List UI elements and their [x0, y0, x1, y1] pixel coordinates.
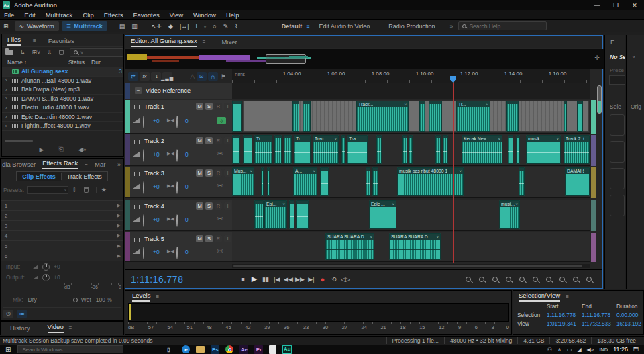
timeline-ruler[interactable]: hms 1:04:00 1:06:00 1:08:00 1:10:00 1:12…: [232, 69, 590, 83]
arm-record-button[interactable]: R: [215, 103, 222, 110]
volume-knob[interactable]: [143, 149, 144, 162]
monitor-input-button[interactable]: I: [224, 202, 231, 210]
audio-clip[interactable]: [429, 101, 442, 132]
effect-slot-4[interactable]: 4▶: [1, 231, 123, 241]
language-indicator[interactable]: IND: [599, 347, 608, 353]
audio-clip[interactable]: [506, 101, 519, 132]
audio-clip[interactable]: [516, 135, 520, 164]
video-track-header[interactable]: − Video Reference: [125, 83, 232, 99]
menu-effects[interactable]: Effects: [104, 11, 123, 19]
audio-clip[interactable]: SUARA SUARA D...˅: [325, 233, 374, 260]
file-row[interactable]: ›Electri...udio 48000 1.wav: [2, 103, 123, 113]
audio-clip[interactable]: [372, 167, 378, 196]
track-header-5[interactable]: Track 5 M S R I +0 ▶◀ 0 ((•)): [125, 232, 232, 262]
lasso-selection-tool[interactable]: ○: [213, 23, 216, 30]
record-button[interactable]: ●: [317, 275, 328, 283]
waveform-button[interactable]: ∿ Waveform: [15, 21, 59, 31]
pan-knob[interactable]: [176, 149, 178, 162]
zoom-to-playhead-button[interactable]: [519, 277, 525, 282]
effect-slot-3[interactable]: 3▶: [1, 221, 123, 231]
audio-clip[interactable]: [564, 101, 567, 132]
chrome-icon[interactable]: [225, 345, 233, 353]
move-tool[interactable]: ↖✛: [152, 23, 162, 30]
workspace-overflow-chevron[interactable]: »: [449, 23, 453, 30]
volume-knob[interactable]: [143, 116, 144, 128]
zoom-full-button[interactable]: [586, 277, 592, 282]
audio-clip[interactable]: [289, 200, 294, 229]
audio-clip[interactable]: [577, 101, 583, 132]
fast-forward-button[interactable]: ▶▶: [294, 276, 305, 283]
audio-clip[interactable]: Tra...: [347, 135, 368, 164]
tab-effects-rack[interactable]: Effects Rack: [42, 159, 78, 169]
monitor-input-button[interactable]: I: [224, 169, 231, 177]
audio-clip[interactable]: [232, 101, 241, 132]
network-icon[interactable]: ◢: [577, 347, 581, 353]
sends-icon[interactable]: ((•)): [217, 151, 223, 155]
effect-slot-2[interactable]: 2▶: [1, 211, 123, 221]
rack-power-button[interactable]: ⏻: [3, 310, 13, 318]
monitor-input-button[interactable]: I: [224, 235, 231, 242]
view-row[interactable]: View 1:01:19.341 1:17:32.533 16:13.192: [516, 319, 643, 328]
preset-type-button[interactable]: [610, 195, 625, 216]
marquee-selection-tool[interactable]: ▫: [204, 23, 206, 30]
timeline-hscroll-handle[interactable]: [233, 265, 582, 267]
tab-history[interactable]: History: [10, 324, 30, 332]
arm-record-button[interactable]: R: [215, 169, 222, 177]
premiere-icon[interactable]: Pr: [254, 345, 263, 354]
sends-icon[interactable]: ((•)): [217, 216, 223, 220]
pan-knob[interactable]: [176, 214, 178, 227]
razor-tool[interactable]: ◆: [168, 23, 173, 30]
track-name[interactable]: Track 4: [144, 203, 164, 210]
audio-clip[interactable]: Tr...˅: [456, 101, 490, 132]
multitrack-button[interactable]: ≣ Multitrack: [62, 21, 107, 31]
collapse-icon[interactable]: −: [135, 87, 142, 94]
subtab-track-effects[interactable]: Track Effects: [61, 173, 107, 180]
save-preset-icon[interactable]: ⇩: [72, 187, 77, 193]
audio-clip[interactable]: [508, 135, 513, 164]
audio-clip[interactable]: A...˅: [293, 167, 317, 196]
vertical-scrollbar-handle[interactable]: [597, 85, 602, 114]
taskbar-search-input[interactable]: [22, 347, 116, 353]
zoom-out-amplitude-button[interactable]: [479, 277, 484, 282]
effects-rack-menu-icon[interactable]: ≡: [85, 161, 88, 167]
metronome-icon[interactable]: △: [190, 73, 195, 80]
audio-clip[interactable]: [320, 167, 329, 196]
task-view-icon[interactable]: ▯: [161, 342, 176, 354]
volume-knob[interactable]: [143, 181, 144, 194]
preset-type-button[interactable]: [610, 141, 625, 163]
close-button[interactable]: ✕: [625, 0, 644, 10]
expand-icon[interactable]: ›: [5, 87, 12, 92]
tab-mixer[interactable]: Mixer: [221, 38, 237, 46]
after-effects-icon[interactable]: Ae: [239, 345, 248, 354]
effect-slot-5[interactable]: 5▶: [1, 241, 123, 251]
monitor-input-button[interactable]: I: [224, 103, 231, 110]
audio-clip[interactable]: Tr...: [254, 135, 272, 164]
skip-selection-button[interactable]: ◁▷: [339, 276, 351, 283]
track-header-1[interactable]: Track 1 M S R I +0 ▶◀ 0 ∙⟩: [125, 100, 232, 134]
track-lane-1[interactable]: Track...˅ Tr...˅: [232, 100, 590, 134]
audio-clip[interactable]: [435, 135, 441, 164]
solo-button[interactable]: S: [205, 137, 213, 144]
track-lane-4[interactable]: Epi...˅ Epic ...˅ musi...˅: [232, 200, 590, 231]
time-display[interactable]: 1:11:16.778: [131, 274, 183, 285]
stop-button[interactable]: ■: [237, 276, 248, 283]
horizontal-scrollbar[interactable]: [5, 140, 33, 142]
effect-slot-1[interactable]: 1▶: [1, 201, 123, 211]
zoom-in-amplitude-button[interactable]: [466, 277, 471, 282]
open-file-icon[interactable]: [5, 50, 13, 55]
share-people-icon[interactable]: ⚇: [547, 347, 552, 353]
file-row[interactable]: ›Alunan ...Bali 48000 1.wav: [2, 77, 123, 86]
audio-clip[interactable]: [419, 101, 425, 132]
pan-knob[interactable]: [176, 116, 178, 128]
audition-taskbar-icon[interactable]: Au: [282, 345, 292, 354]
slot-arrow-icon[interactable]: ▶: [117, 223, 121, 228]
audio-clip[interactable]: [303, 101, 311, 132]
expand-icon[interactable]: ›: [5, 96, 12, 101]
audio-clip[interactable]: [376, 135, 382, 164]
file-row[interactable]: ›Fightin...ffect 48000 1.wav: [2, 122, 123, 131]
solo-button[interactable]: S: [205, 202, 213, 210]
solo-button[interactable]: S: [205, 169, 213, 177]
audio-clip[interactable]: Track 2_0: [564, 135, 590, 164]
tray-expand-chevron[interactable]: ∧: [557, 347, 561, 353]
workspace-menu-icon[interactable]: ≡: [306, 23, 309, 30]
